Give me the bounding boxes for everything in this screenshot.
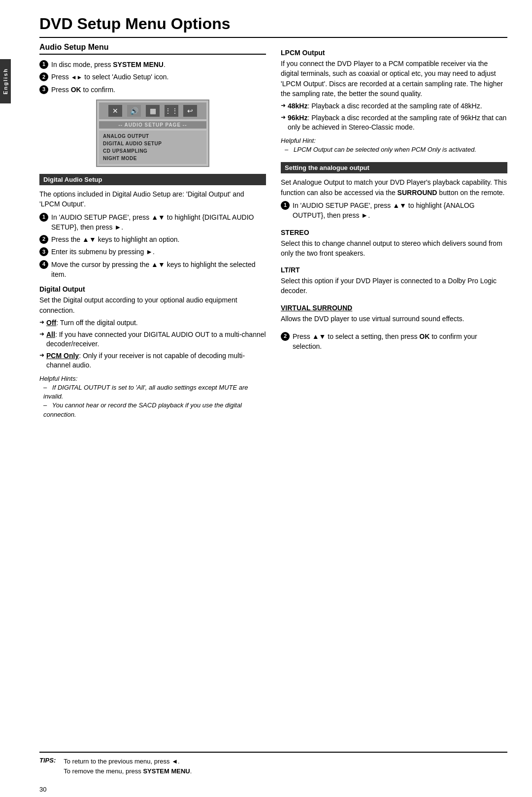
left-column: Audio Setup Menu 1 In disc mode, press S… [39, 43, 266, 422]
lpcm-hint-text: – LPCM Output can be selected only when … [285, 145, 507, 154]
all-label: All [46, 331, 55, 338]
48khz-label: 48kHz [288, 102, 307, 110]
step-num-2: 2 [39, 72, 48, 81]
arrow-icon: ◄► [71, 74, 83, 81]
settings-icon: ⋮⋮ [165, 105, 178, 117]
menu-item-night: NIGHT MODE [103, 155, 202, 162]
ltrt-section: LT/RT Select this option if your DVD Pla… [281, 266, 507, 296]
digital-audio-setup-header: Digital Audio Setup [39, 174, 266, 185]
ok-bold: OK [71, 86, 81, 94]
stereo-section: STEREO Select this to change channel out… [281, 229, 507, 259]
audio-setup-menu-section: Audio Setup Menu 1 In disc mode, press S… [39, 43, 266, 95]
step-1-text: In disc mode, press SYSTEM MENU. [51, 60, 266, 69]
da-step-3-text: Enter its submenu by pressing ►. [51, 247, 266, 257]
digital-audio-intro: The options included in Digital Audio Se… [39, 189, 266, 209]
bullet-96-text: 96kHz: Playback a disc recorded at the s… [288, 113, 507, 133]
lpcm-section: LPCM Output If you connect the DVD Playe… [281, 49, 507, 154]
final-step-2: 2 Press ▲▼ to select a setting, then pre… [281, 332, 507, 352]
bullet-48-text: 48kHz: Playback a disc recorded at the s… [288, 101, 482, 111]
audio-icon: 🔊 [127, 105, 141, 117]
tip-2: To remove the menu, press SYSTEM MENU. [64, 766, 192, 776]
arrow-all-icon: ➜ [39, 330, 44, 338]
surround-bold: SURROUND [398, 189, 437, 197]
step-3-text: Press OK to confirm. [51, 85, 266, 95]
da-step-2-text: Press the ▲▼ keys to highlight an option… [51, 234, 266, 244]
tip-1: To return to the previous menu, press ◄. [64, 757, 192, 766]
audio-setup-steps: 1 In disc mode, press SYSTEM MENU. 2 Pre… [39, 60, 266, 95]
lpcm-helpful-hint: Helpful Hint: – LPCM Output can be selec… [281, 136, 507, 154]
system-menu-bold: SYSTEM MENU [113, 61, 164, 68]
hint-1: – If DIGITAL OUTPUT is set to 'All', all… [43, 383, 266, 401]
bullet-off-text: Off: Turn off the digital output. [46, 318, 138, 328]
menu-label: -- AUDIO SETUP PAGE -- [99, 121, 206, 129]
tips-content: To return to the previous menu, press ◄.… [64, 757, 192, 776]
virtual-surround-section: VIRTUAL SURROUND Allows the DVD player t… [281, 304, 507, 324]
final-step-list: 2 Press ▲▼ to select a setting, then pre… [281, 332, 507, 352]
menu-mockup: ✕ 🔊 ▦ ⋮⋮ ↩ -- AUDIO SETUP PAGE -- ANALOG… [96, 100, 209, 167]
ao-step-1-text: In 'AUDIO SETUP PAGE', press ▲▼ to highl… [293, 200, 507, 221]
menu-item-digital: DIGITAL AUDIO SETUP [103, 140, 202, 147]
arrow-off-icon: ➜ [39, 318, 44, 327]
language-tab: English [0, 59, 11, 103]
tips-label: TIPS: [39, 757, 56, 764]
picture-icon: ▦ [146, 105, 160, 117]
system-menu-tip: SYSTEM MENU [143, 767, 190, 775]
ltrt-header: LT/RT [281, 266, 507, 274]
da-step-4: 4 Move the cursor by pressing the ▲▼ key… [39, 260, 266, 280]
bullet-off: ➜ Off: Turn off the digital output. [39, 318, 266, 328]
bullet-all: ➜ All: If you have connected your DIGITA… [39, 330, 266, 349]
step-num-3: 3 [39, 85, 48, 94]
final-step-num-2: 2 [281, 332, 290, 341]
helpful-hints-title: Helpful Hints: [39, 375, 77, 382]
step-2-text: Press ◄► to select 'Audio Setup' icon. [51, 72, 266, 82]
step-3: 3 Press OK to confirm. [39, 85, 266, 95]
stereo-header: STEREO [281, 229, 507, 236]
bullet-pcm: ➜ PCM Only: Only if your receiver is not… [39, 351, 266, 370]
ok-final-bold: OK [419, 332, 430, 340]
da-step-2: 2 Press the ▲▼ keys to highlight an opti… [39, 234, 266, 244]
digital-output-header: Digital Output [39, 285, 266, 293]
ao-step-1: 1 In 'AUDIO SETUP PAGE', press ▲▼ to hig… [281, 200, 507, 221]
virtual-surround-text: Allows the DVD player to use virtual sur… [281, 314, 507, 324]
analogue-output-section: Setting the analogue output Set Analogue… [281, 162, 507, 220]
bullet-all-text: All: If you have connected your DIGITAL … [46, 330, 266, 349]
arrow-96-icon: ➜ [281, 113, 286, 122]
arrow-pcm-icon: ➜ [39, 351, 44, 360]
da-step-num-4: 4 [39, 260, 48, 269]
da-step-1: 1 In 'AUDIO SETUP PAGE', press ▲▼ to hig… [39, 212, 266, 232]
digital-audio-steps: 1 In 'AUDIO SETUP PAGE', press ▲▼ to hig… [39, 212, 266, 280]
wrench-icon: ✕ [108, 105, 122, 117]
analogue-output-header: Setting the analogue output [281, 162, 507, 173]
menu-icons-row: ✕ 🔊 ▦ ⋮⋮ ↩ [99, 102, 206, 119]
da-step-num-3: 3 [39, 247, 48, 256]
page-title: DVD Setup Menu Options [39, 15, 507, 38]
step-2: 2 Press ◄► to select 'Audio Setup' icon. [39, 72, 266, 82]
menu-items-list: ANALOG OUTPUT DIGITAL AUDIO SETUP CD UPS… [99, 131, 206, 164]
right-column: LPCM Output If you connect the DVD Playe… [281, 43, 507, 422]
off-label: Off [46, 319, 56, 327]
lpcm-header: LPCM Output [281, 49, 507, 57]
helpful-hints-block: Helpful Hints: – If DIGITAL OUTPUT is se… [39, 374, 266, 419]
pcm-label: PCM Only [46, 352, 79, 360]
step-num-1: 1 [39, 60, 48, 69]
digital-output-section: Digital Output Set the Digital output ac… [39, 285, 266, 419]
audio-setup-menu-header: Audio Setup Menu [39, 43, 266, 55]
lpcm-hint-title: Helpful Hint: [281, 137, 316, 144]
step-1: 1 In disc mode, press SYSTEM MENU. [39, 60, 266, 69]
digital-output-intro: Set the Digital output according to your… [39, 295, 266, 315]
analogue-steps: 1 In 'AUDIO SETUP PAGE', press ▲▼ to hig… [281, 200, 507, 221]
ao-step-num-1: 1 [281, 201, 290, 210]
da-step-num-2: 2 [39, 235, 48, 244]
stereo-text: Select this to change channel output to … [281, 238, 507, 259]
analogue-output-intro: Set Analogue Output to match your DVD Pl… [281, 177, 507, 198]
hint-2: – You cannot hear or record the SACD pla… [43, 401, 266, 419]
page-number: 30 [0, 782, 532, 797]
bullet-96khz: ➜ 96kHz: Playback a disc recorded at the… [281, 113, 507, 133]
da-step-3: 3 Enter its submenu by pressing ►. [39, 247, 266, 257]
da-step-1-text: In 'AUDIO SETUP PAGE', press ▲▼ to highl… [51, 212, 266, 232]
menu-item-cd: CD UPSAMPLING [103, 147, 202, 155]
virtual-surround-header: VIRTUAL SURROUND [281, 304, 507, 312]
bullet-48khz: ➜ 48kHz: Playback a disc recorded at the… [281, 101, 507, 111]
menu-item-analog: ANALOG OUTPUT [103, 133, 202, 140]
back-icon: ↩ [183, 105, 197, 117]
